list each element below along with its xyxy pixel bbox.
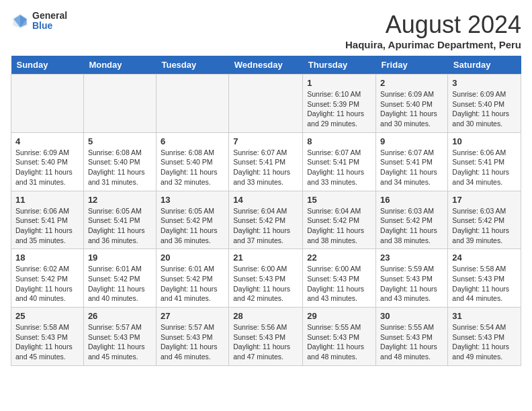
day-detail: Sunrise: 5:59 AM Sunset: 5:43 PM Dayligh… bbox=[380, 265, 437, 302]
day-number: 17 bbox=[452, 195, 517, 205]
day-number: 2 bbox=[380, 78, 443, 88]
day-number: 9 bbox=[380, 136, 443, 146]
day-cell: 4Sunrise: 6:09 AM Sunset: 5:40 PM Daylig… bbox=[11, 132, 84, 191]
day-cell bbox=[11, 75, 84, 133]
week-row-3: 11Sunrise: 6:06 AM Sunset: 5:41 PM Dayli… bbox=[11, 191, 521, 249]
day-detail: Sunrise: 6:05 AM Sunset: 5:42 PM Dayligh… bbox=[161, 207, 218, 244]
day-detail: Sunrise: 5:58 AM Sunset: 5:43 PM Dayligh… bbox=[452, 265, 509, 302]
day-number: 5 bbox=[88, 136, 152, 146]
col-header-friday: Friday bbox=[376, 56, 448, 75]
day-cell: 1Sunrise: 6:10 AM Sunset: 5:39 PM Daylig… bbox=[303, 75, 376, 133]
day-number: 10 bbox=[452, 136, 517, 146]
logo: General Blue bbox=[11, 11, 67, 32]
calendar-table: SundayMondayTuesdayWednesdayThursdayFrid… bbox=[11, 56, 521, 366]
col-header-monday: Monday bbox=[83, 56, 156, 75]
week-row-2: 4Sunrise: 6:09 AM Sunset: 5:40 PM Daylig… bbox=[11, 132, 521, 191]
day-cell: 12Sunrise: 6:05 AM Sunset: 5:41 PM Dayli… bbox=[83, 191, 156, 249]
day-number: 23 bbox=[380, 253, 443, 263]
day-detail: Sunrise: 6:05 AM Sunset: 5:41 PM Dayligh… bbox=[88, 207, 145, 244]
col-header-saturday: Saturday bbox=[448, 56, 521, 75]
day-cell: 20Sunrise: 6:01 AM Sunset: 5:42 PM Dayli… bbox=[156, 249, 228, 308]
day-number: 30 bbox=[380, 311, 443, 321]
day-cell: 31Sunrise: 5:54 AM Sunset: 5:43 PM Dayli… bbox=[448, 308, 521, 366]
subtitle: Haquira, Apurimac Department, Peru bbox=[345, 39, 521, 50]
day-detail: Sunrise: 6:08 AM Sunset: 5:40 PM Dayligh… bbox=[161, 148, 218, 186]
day-number: 22 bbox=[307, 253, 371, 263]
day-number: 1 bbox=[307, 78, 371, 88]
day-detail: Sunrise: 6:04 AM Sunset: 5:42 PM Dayligh… bbox=[233, 207, 290, 244]
day-cell: 19Sunrise: 6:01 AM Sunset: 5:42 PM Dayli… bbox=[83, 249, 156, 308]
logo-icon bbox=[11, 11, 30, 30]
day-cell: 28Sunrise: 5:56 AM Sunset: 5:43 PM Dayli… bbox=[229, 308, 303, 366]
day-detail: Sunrise: 6:09 AM Sunset: 5:40 PM Dayligh… bbox=[15, 148, 73, 186]
day-number: 16 bbox=[380, 195, 443, 205]
day-cell: 14Sunrise: 6:04 AM Sunset: 5:42 PM Dayli… bbox=[229, 191, 303, 249]
day-number: 28 bbox=[233, 311, 298, 321]
day-cell: 23Sunrise: 5:59 AM Sunset: 5:43 PM Dayli… bbox=[376, 249, 448, 308]
day-detail: Sunrise: 6:01 AM Sunset: 5:42 PM Dayligh… bbox=[88, 265, 145, 302]
day-cell: 3Sunrise: 6:09 AM Sunset: 5:40 PM Daylig… bbox=[448, 75, 521, 133]
day-number: 18 bbox=[15, 253, 79, 263]
logo-general: General bbox=[32, 11, 67, 21]
col-header-thursday: Thursday bbox=[303, 56, 376, 75]
day-detail: Sunrise: 6:00 AM Sunset: 5:43 PM Dayligh… bbox=[233, 265, 290, 302]
day-number: 8 bbox=[307, 136, 371, 146]
day-detail: Sunrise: 6:03 AM Sunset: 5:42 PM Dayligh… bbox=[452, 207, 509, 244]
day-cell bbox=[229, 75, 303, 133]
col-header-tuesday: Tuesday bbox=[156, 56, 228, 75]
logo-blue: Blue bbox=[32, 21, 67, 31]
day-cell: 17Sunrise: 6:03 AM Sunset: 5:42 PM Dayli… bbox=[448, 191, 521, 249]
day-cell: 15Sunrise: 6:04 AM Sunset: 5:42 PM Dayli… bbox=[303, 191, 376, 249]
day-number: 24 bbox=[452, 253, 517, 263]
day-cell: 25Sunrise: 5:58 AM Sunset: 5:43 PM Dayli… bbox=[11, 308, 84, 366]
day-number: 3 bbox=[452, 78, 517, 88]
day-detail: Sunrise: 6:09 AM Sunset: 5:40 PM Dayligh… bbox=[452, 90, 509, 128]
logo-text: General Blue bbox=[32, 11, 67, 32]
main-title: August 2024 bbox=[345, 11, 521, 39]
day-cell: 7Sunrise: 6:07 AM Sunset: 5:41 PM Daylig… bbox=[229, 132, 303, 191]
day-cell bbox=[83, 75, 156, 133]
week-row-1: 1Sunrise: 6:10 AM Sunset: 5:39 PM Daylig… bbox=[11, 75, 521, 133]
day-number: 27 bbox=[161, 311, 224, 321]
week-row-5: 25Sunrise: 5:58 AM Sunset: 5:43 PM Dayli… bbox=[11, 308, 521, 366]
day-cell: 30Sunrise: 5:55 AM Sunset: 5:43 PM Dayli… bbox=[376, 308, 448, 366]
day-number: 14 bbox=[233, 195, 298, 205]
day-cell: 24Sunrise: 5:58 AM Sunset: 5:43 PM Dayli… bbox=[448, 249, 521, 308]
day-cell: 6Sunrise: 6:08 AM Sunset: 5:40 PM Daylig… bbox=[156, 132, 228, 191]
day-detail: Sunrise: 6:06 AM Sunset: 5:41 PM Dayligh… bbox=[452, 148, 509, 186]
day-number: 15 bbox=[307, 195, 371, 205]
day-cell: 22Sunrise: 6:00 AM Sunset: 5:43 PM Dayli… bbox=[303, 249, 376, 308]
day-cell: 21Sunrise: 6:00 AM Sunset: 5:43 PM Dayli… bbox=[229, 249, 303, 308]
day-number: 11 bbox=[15, 195, 79, 205]
day-number: 4 bbox=[15, 136, 79, 146]
day-number: 25 bbox=[15, 311, 79, 321]
day-detail: Sunrise: 6:01 AM Sunset: 5:42 PM Dayligh… bbox=[161, 265, 218, 302]
title-block: August 2024 Haquira, Apurimac Department… bbox=[345, 11, 521, 50]
day-detail: Sunrise: 6:09 AM Sunset: 5:40 PM Dayligh… bbox=[380, 90, 437, 128]
day-detail: Sunrise: 6:06 AM Sunset: 5:41 PM Dayligh… bbox=[15, 207, 73, 244]
day-cell: 29Sunrise: 5:55 AM Sunset: 5:43 PM Dayli… bbox=[303, 308, 376, 366]
day-number: 31 bbox=[452, 311, 517, 321]
day-number: 13 bbox=[161, 195, 224, 205]
day-number: 7 bbox=[233, 136, 298, 146]
day-number: 26 bbox=[88, 311, 152, 321]
day-detail: Sunrise: 5:57 AM Sunset: 5:43 PM Dayligh… bbox=[161, 323, 218, 361]
day-detail: Sunrise: 6:07 AM Sunset: 5:41 PM Dayligh… bbox=[307, 148, 364, 186]
day-number: 12 bbox=[88, 195, 152, 205]
day-number: 20 bbox=[161, 253, 224, 263]
day-detail: Sunrise: 6:07 AM Sunset: 5:41 PM Dayligh… bbox=[380, 148, 437, 186]
day-cell: 16Sunrise: 6:03 AM Sunset: 5:42 PM Dayli… bbox=[376, 191, 448, 249]
day-detail: Sunrise: 6:04 AM Sunset: 5:42 PM Dayligh… bbox=[307, 207, 364, 244]
day-detail: Sunrise: 6:10 AM Sunset: 5:39 PM Dayligh… bbox=[307, 90, 364, 128]
day-cell: 27Sunrise: 5:57 AM Sunset: 5:43 PM Dayli… bbox=[156, 308, 228, 366]
day-number: 6 bbox=[161, 136, 224, 146]
day-cell: 13Sunrise: 6:05 AM Sunset: 5:42 PM Dayli… bbox=[156, 191, 228, 249]
day-number: 19 bbox=[88, 253, 152, 263]
day-detail: Sunrise: 5:58 AM Sunset: 5:43 PM Dayligh… bbox=[15, 323, 73, 361]
day-cell: 5Sunrise: 6:08 AM Sunset: 5:40 PM Daylig… bbox=[83, 132, 156, 191]
day-detail: Sunrise: 6:07 AM Sunset: 5:41 PM Dayligh… bbox=[233, 148, 290, 186]
day-detail: Sunrise: 5:55 AM Sunset: 5:43 PM Dayligh… bbox=[307, 323, 364, 361]
day-detail: Sunrise: 6:00 AM Sunset: 5:43 PM Dayligh… bbox=[307, 265, 364, 302]
day-cell: 10Sunrise: 6:06 AM Sunset: 5:41 PM Dayli… bbox=[448, 132, 521, 191]
day-detail: Sunrise: 5:57 AM Sunset: 5:43 PM Dayligh… bbox=[88, 323, 145, 361]
